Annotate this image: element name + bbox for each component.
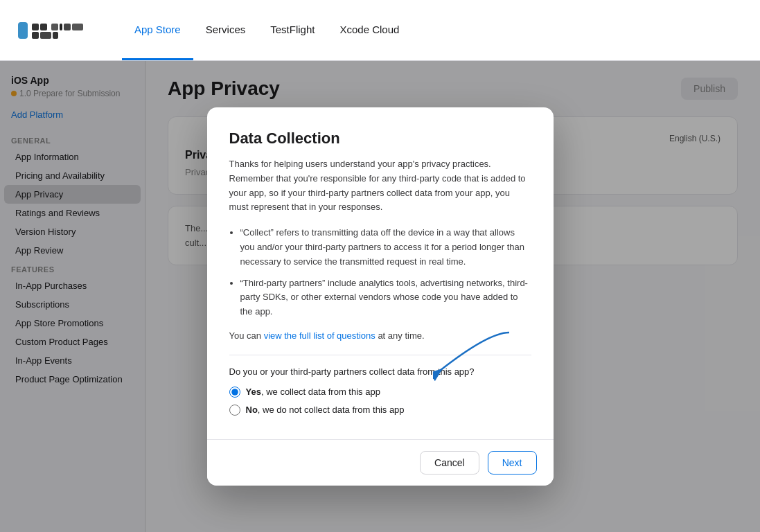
- modal-divider: [229, 355, 531, 355]
- radio-yes-label: Yes, we collect data from this app: [246, 387, 380, 397]
- radio-yes-input[interactable]: [229, 387, 240, 398]
- full-list-link[interactable]: view the full list of questions: [264, 330, 375, 341]
- modal-footer: Cancel Next: [207, 439, 554, 486]
- svg-rect-3: [51, 24, 58, 30]
- tab-app-store[interactable]: App Store: [122, 0, 193, 60]
- svg-rect-7: [60, 24, 62, 30]
- modal-overlay: Data Collection Thanks for helping users…: [0, 61, 760, 532]
- svg-rect-1: [32, 24, 39, 30]
- svg-rect-4: [32, 32, 39, 39]
- modal-link-text: You can view the full list of questions …: [229, 330, 531, 341]
- modal-bullet-1: “Collect” refers to transmitting data of…: [240, 226, 531, 269]
- svg-rect-8: [64, 24, 71, 30]
- nav-tabs: App Store Services TestFlight Xcode Clou…: [122, 0, 412, 60]
- svg-rect-9: [72, 24, 83, 30]
- radio-no-label: No, we do not collect data from this app: [246, 405, 405, 415]
- radio-yes-option[interactable]: Yes, we collect data from this app: [229, 387, 531, 398]
- top-navigation: App Store Services TestFlight Xcode Clou…: [0, 0, 760, 61]
- modal-body: Data Collection Thanks for helping users…: [207, 107, 554, 439]
- modal-bullets: “Collect” refers to transmitting data of…: [240, 226, 531, 319]
- svg-rect-5: [40, 32, 51, 39]
- svg-rect-2: [40, 24, 47, 30]
- tab-services[interactable]: Services: [193, 0, 258, 60]
- modal-bullet-2: “Third-party partners” include analytics…: [240, 276, 531, 319]
- tab-testflight[interactable]: TestFlight: [258, 0, 327, 60]
- data-collection-modal: Data Collection Thanks for helping users…: [207, 107, 554, 486]
- svg-rect-0: [18, 22, 28, 39]
- radio-no-input[interactable]: [229, 405, 240, 416]
- radio-no-option[interactable]: No, we do not collect data from this app: [229, 405, 531, 416]
- modal-title: Data Collection: [229, 130, 531, 148]
- modal-description: Thanks for helping users understand your…: [229, 157, 531, 215]
- logo-icon: [17, 17, 100, 44]
- modal-question: Do you or your third-party partners coll…: [229, 366, 531, 377]
- cancel-button[interactable]: Cancel: [420, 451, 479, 475]
- next-button[interactable]: Next: [488, 451, 537, 475]
- logo-area: [17, 17, 100, 44]
- svg-rect-6: [53, 32, 58, 39]
- tab-xcode-cloud[interactable]: Xcode Cloud: [327, 0, 412, 60]
